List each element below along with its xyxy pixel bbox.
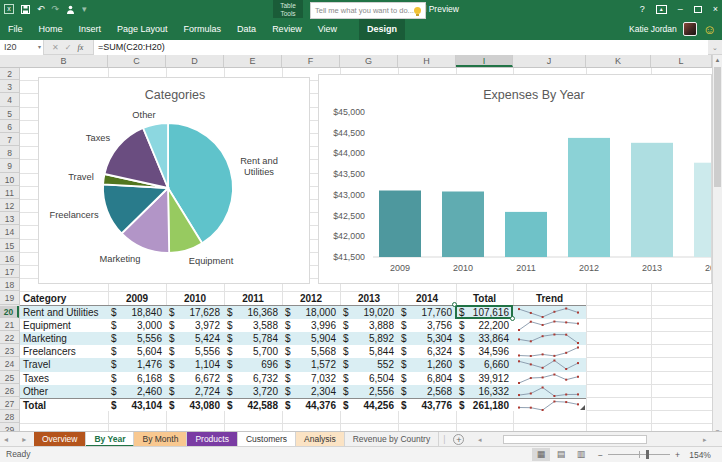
column-header-E[interactable]: E: [224, 55, 282, 67]
table-cell-value[interactable]: $6,660: [456, 358, 513, 371]
row-header-23[interactable]: 23: [0, 345, 19, 357]
undo-icon[interactable]: ↶: [37, 2, 45, 16]
hscroll-right-icon[interactable]: ▸: [703, 436, 707, 444]
row-header-27[interactable]: 27: [0, 398, 19, 410]
tab-home[interactable]: Home: [31, 18, 71, 40]
column-header-I[interactable]: I: [456, 55, 513, 67]
row-header-8[interactable]: 8: [0, 147, 19, 159]
column-header-L[interactable]: L: [651, 55, 712, 67]
row-header-26[interactable]: 26: [0, 385, 19, 397]
table-cell-category[interactable]: Marketing: [20, 332, 108, 345]
table-header-category[interactable]: Category: [20, 292, 108, 305]
table-cell-value[interactable]: $1,104: [166, 358, 224, 371]
table-cell-value[interactable]: $6,672: [166, 372, 224, 385]
table-cell-value[interactable]: $22,200: [456, 319, 513, 332]
selection-handle[interactable]: [452, 302, 457, 307]
row-header-5[interactable]: 5: [0, 108, 19, 120]
zoom-level[interactable]: 154%: [685, 450, 711, 460]
table-cell-value[interactable]: $1,476: [108, 358, 166, 371]
save-icon[interactable]: [21, 5, 30, 14]
scroll-up-icon[interactable]: ▲: [713, 55, 722, 65]
namebox-dropdown-icon[interactable]: ▾: [38, 40, 41, 55]
table-cell-value[interactable]: $1,260: [398, 358, 456, 371]
table-cell-value[interactable]: $3,000: [108, 319, 166, 332]
sheet-tab-by-year[interactable]: By Year: [86, 432, 134, 447]
column-header-K[interactable]: K: [586, 55, 651, 67]
table-cell-value[interactable]: $6,168: [108, 372, 166, 385]
row-header-14[interactable]: 14: [0, 226, 19, 238]
table-cell-value[interactable]: $43,080: [166, 398, 224, 411]
table-cell-value[interactable]: $2,460: [108, 385, 166, 398]
row-header-21[interactable]: 21: [0, 319, 19, 331]
table-cell-category[interactable]: Freelancers: [20, 345, 108, 358]
name-box[interactable]: I20▾: [0, 40, 44, 55]
page-break-view-icon[interactable]: ▥: [572, 448, 590, 461]
qat-dropdown-icon[interactable]: ▾: [82, 2, 87, 16]
page-layout-view-icon[interactable]: ▤: [552, 448, 570, 461]
column-header-B[interactable]: B: [20, 55, 108, 67]
row-header-20[interactable]: 20: [0, 306, 19, 318]
table-cell-value[interactable]: $5,784: [224, 332, 282, 345]
table-cell-category[interactable]: Rent and Utilities: [20, 306, 108, 319]
table-cell-value[interactable]: $2,724: [166, 385, 224, 398]
tab-page-layout[interactable]: Page Layout: [109, 18, 176, 40]
tab-file[interactable]: File: [0, 18, 31, 40]
table-cell-value[interactable]: $17,628: [166, 306, 224, 319]
trend-sparkline[interactable]: [513, 306, 586, 319]
table-header-trend[interactable]: Trend: [513, 292, 586, 305]
table-cell-value[interactable]: $5,568: [282, 345, 340, 358]
table-cell-value[interactable]: $6,504: [340, 372, 398, 385]
table-cell-value[interactable]: $44,256: [340, 398, 398, 411]
minimize-icon[interactable]: –: [678, 4, 683, 14]
table-cell-value[interactable]: $16,368: [224, 306, 282, 319]
table-header-2011[interactable]: 2011: [224, 292, 282, 305]
table-header-2009[interactable]: 2009: [108, 292, 166, 305]
table-cell-value[interactable]: $5,892: [340, 332, 398, 345]
row-header-4[interactable]: 4: [0, 94, 19, 106]
row-header-25[interactable]: 25: [0, 372, 19, 384]
enter-formula-icon[interactable]: ✓: [65, 43, 72, 52]
row-header-13[interactable]: 13: [0, 213, 19, 225]
table-header-2010[interactable]: 2010: [166, 292, 224, 305]
row-header-10[interactable]: 10: [0, 174, 19, 186]
normal-view-icon[interactable]: ▦: [532, 448, 550, 461]
expand-formula-bar-icon[interactable]: ⌄: [710, 40, 720, 55]
trend-sparkline[interactable]: [513, 358, 586, 371]
zoom-out-icon[interactable]: −: [598, 450, 603, 460]
table-cell-value[interactable]: $43,104: [108, 398, 166, 411]
table-cell-category[interactable]: Travel: [20, 358, 108, 371]
table-cell-value[interactable]: $3,996: [282, 319, 340, 332]
avatar[interactable]: [683, 22, 697, 36]
table-cell-value[interactable]: $5,844: [340, 345, 398, 358]
tab-data[interactable]: Data: [229, 18, 264, 40]
table-cell-value[interactable]: $42,588: [224, 398, 282, 411]
table-cell-value[interactable]: $3,588: [224, 319, 282, 332]
table-cell-value[interactable]: $2,568: [398, 385, 456, 398]
table-cell-value[interactable]: $5,556: [166, 345, 224, 358]
table-cell-value[interactable]: $5,424: [166, 332, 224, 345]
table-cell-value[interactable]: $2,304: [282, 385, 340, 398]
table-cell-value[interactable]: $33,864: [456, 332, 513, 345]
column-header-J[interactable]: J: [513, 55, 586, 67]
table-header-2013[interactable]: 2013: [340, 292, 398, 305]
row-header-28[interactable]: 28: [0, 411, 19, 423]
table-cell-value[interactable]: $3,972: [166, 319, 224, 332]
table-cell-value[interactable]: $3,720: [224, 385, 282, 398]
bar-2014[interactable]: [694, 163, 712, 257]
table-cell-value[interactable]: $6,324: [398, 345, 456, 358]
column-header-C[interactable]: C: [108, 55, 166, 67]
row-header-16[interactable]: 16: [0, 253, 19, 265]
table-cell-value[interactable]: $19,020: [340, 306, 398, 319]
table-cell-value[interactable]: $16,332: [456, 385, 513, 398]
row-header-12[interactable]: 12: [0, 200, 19, 212]
row-header-3[interactable]: 3: [0, 81, 19, 93]
table-cell-value[interactable]: $6,804: [398, 372, 456, 385]
table-cell-value[interactable]: $2,556: [340, 385, 398, 398]
row-header-2[interactable]: 2: [0, 68, 19, 80]
zoom-slider-thumb[interactable]: [646, 450, 649, 459]
tab-design[interactable]: Design: [359, 18, 405, 40]
bar-2010[interactable]: [442, 192, 484, 258]
excel-logo-icon[interactable]: x: [4, 4, 14, 14]
table-cell-value[interactable]: $43,776: [398, 398, 456, 411]
trend-sparkline[interactable]: [513, 385, 586, 398]
